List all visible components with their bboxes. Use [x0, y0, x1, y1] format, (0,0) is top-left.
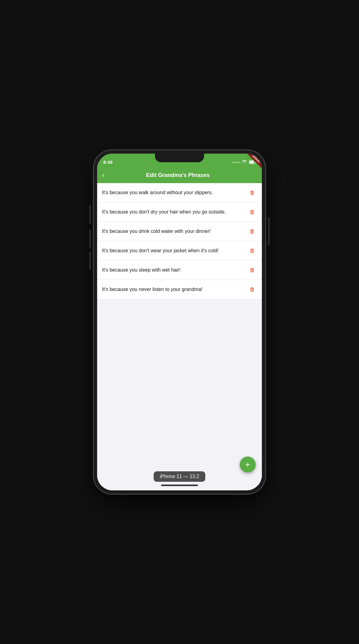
delete-button-4[interactable]: 🗑	[248, 246, 257, 255]
notch	[155, 154, 204, 162]
trash-icon: 🗑	[250, 267, 255, 273]
phrase-text: It's because you don't wear your jacket …	[102, 247, 248, 254]
debug-badge-container: DEBUG	[245, 154, 262, 170]
phrase-text: It's because you walk around without you…	[102, 189, 248, 196]
list-item: It's because you don't wear your jacket …	[97, 241, 262, 261]
delete-button-1[interactable]: 🗑	[248, 188, 257, 197]
phone-screen: DEBUG 8:49	[97, 154, 262, 490]
delete-button-5[interactable]: 🗑	[248, 265, 257, 275]
device-label: iPhone 11 — 13.2	[154, 471, 205, 482]
phrase-text: It's because you never listen to your gr…	[102, 286, 248, 293]
status-time: 8:49	[103, 159, 112, 165]
back-button[interactable]: ‹	[102, 170, 107, 180]
phrase-text: It's because you don't dry your hair whe…	[102, 209, 248, 215]
phrase-text: It's because you sleep with wet hair!	[102, 267, 248, 273]
phone-device: DEBUG 8:49	[93, 150, 266, 494]
home-bar	[161, 485, 198, 486]
signal-icon	[232, 162, 240, 163]
page-wrapper: DEBUG 8:49	[0, 0, 359, 644]
list-content: It's because you walk around without you…	[97, 183, 262, 480]
delete-button-3[interactable]: 🗑	[248, 227, 257, 236]
list-item: It's because you drink cold water with y…	[97, 222, 262, 241]
trash-icon: 🗑	[250, 209, 255, 215]
delete-button-6[interactable]: 🗑	[248, 285, 257, 294]
list-item: It's because you sleep with wet hair! 🗑	[97, 261, 262, 280]
trash-icon: 🗑	[250, 228, 255, 235]
navigation-bar: ‹ Edit Grandma's Phrases	[97, 167, 262, 183]
list-item: It's because you walk around without you…	[97, 183, 262, 202]
trash-icon: 🗑	[250, 286, 255, 293]
delete-button-2[interactable]: 🗑	[248, 207, 257, 217]
list-item: It's because you never listen to your gr…	[97, 280, 262, 299]
debug-badge-label: DEBUG	[247, 154, 262, 168]
add-phrase-fab[interactable]: +	[240, 457, 256, 473]
phrases-list: It's because you walk around without you…	[97, 183, 262, 299]
list-item: It's because you don't dry your hair whe…	[97, 202, 262, 222]
trash-icon: 🗑	[250, 248, 255, 254]
phrase-text: It's because you drink cold water with y…	[102, 228, 248, 235]
add-icon: +	[245, 460, 250, 469]
nav-title: Edit Grandma's Phrases	[108, 172, 248, 179]
trash-icon: 🗑	[250, 190, 255, 196]
